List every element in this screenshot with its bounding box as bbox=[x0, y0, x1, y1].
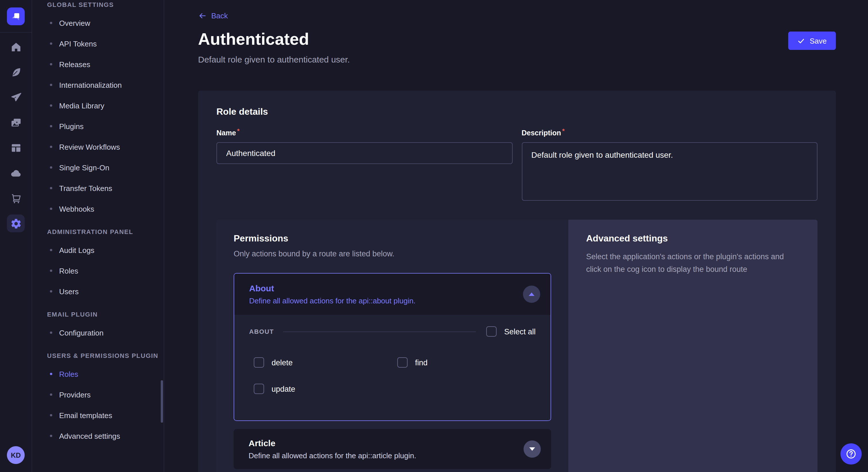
sidebar-item-label: Plugins bbox=[59, 122, 84, 131]
subnav-section: EMAIL PLUGINConfiguration bbox=[47, 311, 164, 343]
bullet-dot bbox=[50, 373, 52, 375]
rail-nav bbox=[7, 38, 25, 232]
sidebar-item-advanced-settings[interactable]: Advanced settings bbox=[47, 426, 164, 446]
sidebar-item-api-tokens[interactable]: API Tokens bbox=[47, 33, 164, 54]
deploy-cloud-icon[interactable] bbox=[7, 164, 25, 182]
description-field-group: Description* bbox=[522, 127, 817, 201]
sidebar-item-label: Roles bbox=[59, 370, 79, 378]
avatar[interactable]: KD bbox=[7, 446, 25, 464]
bullet-dot bbox=[50, 166, 52, 169]
back-arrow-icon bbox=[198, 11, 207, 20]
sidebar-item-label: Review Workflows bbox=[59, 142, 120, 151]
save-button[interactable]: Save bbox=[788, 32, 836, 50]
sidebar-item-internationalization[interactable]: Internationalization bbox=[47, 74, 164, 95]
permissions-accordions: AboutDefine all allowed actions for the … bbox=[234, 273, 551, 469]
bullet-dot bbox=[50, 270, 52, 272]
sidebar-item-label: API Tokens bbox=[59, 39, 97, 48]
bullet-dot bbox=[50, 63, 52, 65]
content-manager-feather-icon[interactable] bbox=[7, 63, 25, 81]
check-icon bbox=[798, 37, 805, 44]
sidebar-item-releases[interactable]: Releases bbox=[47, 54, 164, 74]
subnav-section-header: EMAIL PLUGIN bbox=[47, 311, 164, 318]
permissions-heading: Permissions bbox=[234, 233, 551, 244]
sidebar-item-label: Internationalization bbox=[59, 80, 122, 89]
accordion-description: Define all allowed actions for the api::… bbox=[249, 297, 415, 305]
sidebar-item-users[interactable]: Users bbox=[47, 281, 164, 302]
sidebar-item-label: Overview bbox=[59, 19, 90, 27]
icon-rail: KD bbox=[0, 0, 32, 472]
chevron-triangle bbox=[529, 447, 535, 451]
accordion-title: About bbox=[249, 283, 415, 293]
sidebar-item-email-templates[interactable]: Email templates bbox=[47, 405, 164, 426]
action-label: update bbox=[272, 384, 296, 393]
chevron-up-icon[interactable] bbox=[523, 285, 540, 303]
description-textarea[interactable] bbox=[522, 142, 817, 201]
sidebar-item-overview[interactable]: Overview bbox=[47, 12, 164, 33]
sidebar-item-single-sign-on[interactable]: Single Sign-On bbox=[47, 157, 164, 178]
name-input[interactable] bbox=[216, 142, 513, 164]
page-subtitle: Default role given to authenticated user… bbox=[198, 55, 836, 64]
action-checkbox-item-update[interactable]: update bbox=[254, 384, 397, 394]
accordion-title: Article bbox=[249, 438, 416, 448]
sidebar-item-label: Single Sign-On bbox=[59, 163, 110, 172]
sidebar-item-roles[interactable]: Roles bbox=[47, 364, 164, 384]
action-label: find bbox=[415, 358, 428, 367]
bullet-dot bbox=[50, 22, 52, 24]
accordion-header-article[interactable]: ArticleDefine all allowed actions for th… bbox=[234, 429, 551, 469]
question-mark-icon bbox=[845, 448, 857, 460]
bullet-dot bbox=[50, 187, 52, 189]
app-root: KD GLOBAL SETTINGSOverviewAPI TokensRele… bbox=[0, 0, 868, 472]
subnav-section-header: USERS & PERMISSIONS PLUGIN bbox=[47, 352, 164, 359]
bullet-dot bbox=[50, 249, 52, 251]
chevron-down-icon[interactable] bbox=[524, 440, 541, 458]
bullet-dot bbox=[50, 104, 52, 107]
sidebar-item-label: Webhooks bbox=[59, 204, 94, 213]
bullet-dot bbox=[50, 84, 52, 86]
subnav-scrollbar-thumb[interactable] bbox=[161, 380, 163, 423]
sidebar-item-review-workflows[interactable]: Review Workflows bbox=[47, 136, 164, 157]
media-library-pictures-icon[interactable] bbox=[7, 113, 25, 131]
sidebar-item-plugins[interactable]: Plugins bbox=[47, 116, 164, 136]
back-label: Back bbox=[211, 11, 228, 20]
content-type-builder-layout-icon[interactable] bbox=[7, 139, 25, 157]
checkbox-delete[interactable] bbox=[254, 357, 264, 368]
logo-section bbox=[0, 0, 32, 33]
sidebar-item-webhooks[interactable]: Webhooks bbox=[47, 198, 164, 219]
sidebar-item-roles[interactable]: Roles bbox=[47, 260, 164, 281]
checkbox-find[interactable] bbox=[397, 357, 408, 368]
home-icon[interactable] bbox=[7, 38, 25, 56]
select-all-checkbox-item[interactable]: Select all bbox=[486, 326, 536, 337]
sidebar-item-media-library[interactable]: Media Library bbox=[47, 95, 164, 116]
main-content: Back Authenticated Save Default role giv… bbox=[165, 0, 868, 472]
accordion-header-about[interactable]: AboutDefine all allowed actions for the … bbox=[234, 274, 551, 315]
select-all-checkbox[interactable] bbox=[486, 326, 497, 337]
actions-grid: deletefindupdate bbox=[254, 357, 536, 394]
sidebar-item-label: Transfer Tokens bbox=[59, 184, 112, 193]
advanced-settings-panel: Advanced settings Select the application… bbox=[568, 220, 817, 472]
page-header: Back Authenticated Save Default role giv… bbox=[165, 0, 868, 64]
help-button[interactable] bbox=[840, 443, 862, 465]
action-checkbox-item-find[interactable]: find bbox=[397, 357, 536, 368]
checkbox-update[interactable] bbox=[254, 384, 264, 394]
bullet-dot bbox=[50, 332, 52, 334]
sidebar-item-transfer-tokens[interactable]: Transfer Tokens bbox=[47, 178, 164, 198]
sidebar-item-audit-logs[interactable]: Audit Logs bbox=[47, 240, 164, 260]
sidebar-item-providers[interactable]: Providers bbox=[47, 384, 164, 405]
permissions-panel: Permissions Only actions bound by a rout… bbox=[216, 220, 568, 472]
settings-subnav: GLOBAL SETTINGSOverviewAPI TokensRelease… bbox=[32, 0, 164, 472]
save-label: Save bbox=[810, 36, 827, 45]
permissions-advanced-split: Permissions Only actions bound by a rout… bbox=[216, 220, 817, 472]
sidebar-item-label: Media Library bbox=[59, 101, 104, 110]
action-checkbox-item-delete[interactable]: delete bbox=[254, 357, 397, 368]
accordion-title-block: ArticleDefine all allowed actions for th… bbox=[249, 438, 416, 460]
sidebar-item-configuration[interactable]: Configuration bbox=[47, 322, 164, 343]
accordion-description: Define all allowed actions for the api::… bbox=[249, 451, 416, 460]
marketplace-cart-icon[interactable] bbox=[7, 189, 25, 207]
group-label: ABOUT bbox=[249, 328, 274, 335]
bullet-dot bbox=[50, 42, 52, 45]
settings-gear-icon[interactable] bbox=[7, 214, 25, 232]
send-paper-plane-icon[interactable] bbox=[7, 88, 25, 106]
accordion-title-block: AboutDefine all allowed actions for the … bbox=[249, 283, 415, 305]
strapi-logo[interactable] bbox=[7, 7, 25, 25]
back-link[interactable]: Back bbox=[198, 11, 228, 20]
